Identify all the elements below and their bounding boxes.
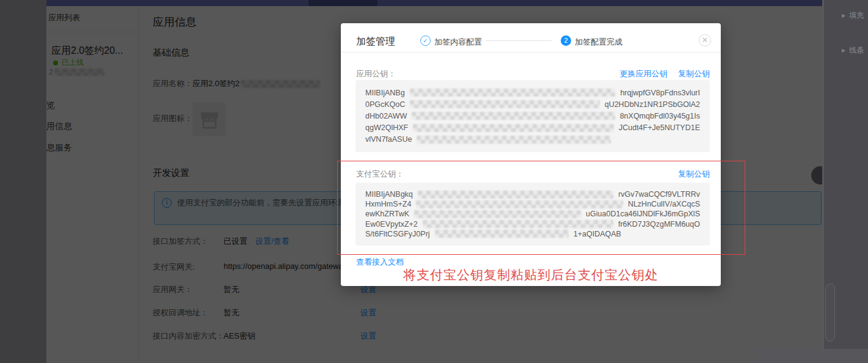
key-line: MIIBIjANBghrqjwpfGV8pFdns3vlurI (365, 87, 700, 98)
key-censored (410, 89, 616, 97)
key-line: qgW2QlHXFJCudt4F+Je5NUTYD1E (365, 122, 700, 134)
key-right: qU2HDbNz1NR1PSbGOlA2 (605, 100, 700, 109)
modal-title: 加签管理 (356, 35, 395, 48)
key-line: 0PGcKQoCqU2HDbNz1NR1PSbGOlA2 (365, 98, 700, 110)
key-left: 0PGcKQoC (365, 100, 405, 109)
editor-left-strip (0, 0, 46, 363)
step2-label: 加签配置完成 (575, 37, 622, 48)
step1-label: 加签内容配置 (434, 37, 482, 48)
annotation-caption: 将支付宝公钥复制粘贴到后台支付宝公钥处 (341, 266, 721, 284)
key-left: qgW2QlHXF (365, 123, 408, 132)
key-right: JCudt4F+Je5NUTYD1E (619, 123, 700, 132)
browser-active-tab-segment (308, 0, 377, 6)
chevron-right-icon: ▶ (842, 48, 845, 53)
replace-app-key-link[interactable]: 更换应用公钥 (619, 69, 667, 78)
key-right: hrqjwpfGV8pFdns3vlurI (620, 89, 700, 97)
annotation-red-rectangle (337, 161, 745, 255)
browser-top-bar (46, 0, 823, 6)
editor-bottom-right-panel (757, 349, 868, 363)
modal-header-divider (341, 52, 721, 53)
step2-number-badge: 2 (561, 35, 571, 46)
screenshot-canvas: 应用列表 应用2.0签约20... 已上线 2 览 用信息 息服务 应用信息 基… (0, 0, 868, 363)
panel-item-line[interactable]: ▶ 线条 (842, 45, 864, 56)
panel-item-fill[interactable]: ▶ 填充 (842, 10, 864, 21)
editor-scrollbar-thumb[interactable] (825, 284, 835, 342)
key-censored (417, 136, 611, 144)
app-key-actions: 更换应用公钥 复制公钥 (611, 68, 710, 79)
key-censored (413, 124, 614, 132)
step-connector-line (486, 40, 552, 41)
app-public-key-label: 应用公钥： (356, 68, 396, 79)
fill-label: 填充 (849, 10, 864, 21)
key-right: 8nXQmqbFdl03y45g1Is (620, 112, 700, 120)
key-left: vlVN7faASUe (365, 135, 412, 144)
key-line: vlVN7faASUe (365, 134, 700, 145)
key-censored (410, 100, 599, 108)
key-left: MIIBIjANBg (365, 89, 405, 97)
key-line: dHb02AWW8nXQmqbFdl03y45g1Is (365, 110, 700, 122)
line-label: 线条 (849, 45, 864, 56)
copy-app-key-link[interactable]: 复制公钥 (678, 69, 710, 78)
step1-check-icon: ✓ (420, 35, 431, 46)
key-left: dHb02AWW (365, 112, 407, 120)
key-censored (412, 112, 615, 120)
chevron-right-icon: ▶ (842, 13, 845, 18)
close-icon[interactable]: ✕ (699, 34, 711, 46)
app-public-key-box: MIIBIjANBghrqjwpfGV8pFdns3vlurI 0PGcKQoC… (356, 80, 710, 152)
